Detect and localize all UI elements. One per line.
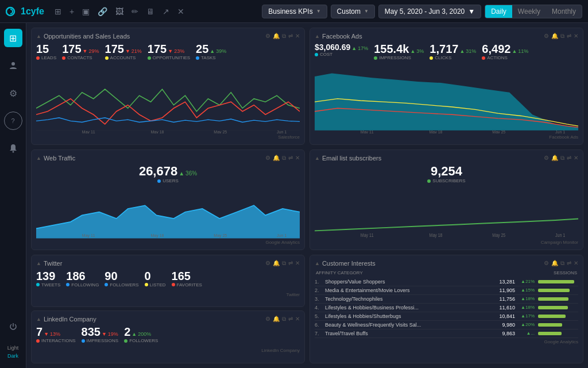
link-control[interactable]: ⇌ xyxy=(567,33,571,40)
bell-control[interactable]: 🔔 xyxy=(273,260,280,267)
close-control[interactable]: ✕ xyxy=(574,33,578,40)
close-control[interactable]: ✕ xyxy=(295,260,300,267)
copy-control[interactable]: ⧉ xyxy=(560,33,564,40)
linkedin-widget: ▲ LinkedIn Company ⚙ 🔔 ⧉ ⇌ ✕ 7 ▼13% INTE… xyxy=(31,310,305,363)
copy-control[interactable]: ⧉ xyxy=(560,155,564,162)
sidebar: ⊞ ⚙ ? Light Dark xyxy=(0,23,26,368)
add-icon[interactable]: + xyxy=(67,6,76,17)
contacts-dot xyxy=(62,56,65,60)
copy-control[interactable]: ⧉ xyxy=(282,33,286,40)
twitter-source: Twitter xyxy=(36,292,300,297)
list-item: 4. Lifestyles & Hobbies/Business Profess… xyxy=(315,304,578,312)
svg-text:May 11: May 11 xyxy=(82,233,95,239)
copy-control[interactable]: ⧉ xyxy=(282,316,286,323)
ci-num: 5. xyxy=(315,313,322,319)
bell-sidebar-icon[interactable] xyxy=(4,139,22,158)
ci-name: Travel/Travel Buffs xyxy=(325,331,489,336)
close-control[interactable]: ✕ xyxy=(574,155,578,162)
ci-num: 6. xyxy=(315,322,322,328)
dark-theme-button[interactable]: Dark xyxy=(7,353,18,359)
ci-sessions: 9,980 xyxy=(492,322,515,328)
bell-control[interactable]: 🔔 xyxy=(273,316,280,323)
ci-name: Shoppers/Value Shoppers xyxy=(325,279,489,285)
export-icon[interactable]: ↗ xyxy=(160,6,172,17)
monitor-icon[interactable]: 🖥 xyxy=(144,6,157,17)
email-controls: ⚙ 🔔 ⧉ ⇌ ✕ xyxy=(544,155,578,162)
weekly-button[interactable]: Weekly xyxy=(512,5,546,18)
close-control[interactable]: ✕ xyxy=(295,33,300,40)
link-control[interactable]: ⇌ xyxy=(288,155,293,162)
dashboard-sidebar-icon[interactable]: ⊞ xyxy=(4,29,22,47)
twitter-controls: ⚙ 🔔 ⧉ ⇌ ✕ xyxy=(265,260,300,267)
settings-control[interactable]: ⚙ xyxy=(544,260,549,267)
settings-control[interactable]: ⚙ xyxy=(265,316,270,323)
settings-sidebar-icon[interactable]: ⚙ xyxy=(4,84,22,102)
custom-range-selector[interactable]: Custom ▼ xyxy=(331,5,375,18)
ci-sessions: 11,610 xyxy=(492,305,515,310)
settings-control[interactable]: ⚙ xyxy=(544,33,549,40)
layout-icon[interactable]: ▣ xyxy=(80,6,92,17)
ci-bar xyxy=(538,297,568,301)
svg-point-1 xyxy=(11,62,15,66)
settings-control[interactable]: ⚙ xyxy=(265,155,270,162)
image-icon[interactable]: 🖼 xyxy=(113,6,126,17)
settings-control[interactable]: ⚙ xyxy=(265,260,270,267)
bell-control[interactable]: 🔔 xyxy=(551,260,558,267)
light-theme-button[interactable]: Light xyxy=(7,345,19,351)
opportunities-controls: ⚙ 🔔 ⧉ ⇌ ✕ xyxy=(265,33,300,40)
twitter-title: ▲ Twitter xyxy=(36,260,62,267)
ci-name: Beauty & Wellness/Frequently Visits Sal.… xyxy=(325,322,489,328)
list-item: 1. Shoppers/Value Shoppers 13,281 ▲21% xyxy=(315,278,578,286)
edit-icon[interactable]: ✏ xyxy=(129,6,141,17)
close-control[interactable]: ✕ xyxy=(295,316,300,323)
ci-bar-container xyxy=(538,315,578,318)
link-control[interactable]: ⇌ xyxy=(288,316,293,323)
bell-control[interactable]: 🔔 xyxy=(273,155,280,162)
email-header: ▲ Email list subscribers ⚙ 🔔 ⧉ ⇌ ✕ xyxy=(315,155,578,162)
link-control[interactable]: ⇌ xyxy=(288,260,293,267)
email-source: Campaign Monitor xyxy=(315,240,578,245)
bell-control[interactable]: 🔔 xyxy=(551,155,558,162)
svg-text:May 18: May 18 xyxy=(430,232,443,238)
copy-control[interactable]: ⧉ xyxy=(282,260,286,267)
ci-sessions: 10,841 xyxy=(492,313,515,319)
bell-control[interactable]: 🔔 xyxy=(273,33,280,40)
link-control[interactable]: ⇌ xyxy=(288,33,293,40)
ci-num: 1. xyxy=(315,279,322,285)
settings-control[interactable]: ⚙ xyxy=(544,155,549,162)
facebook-source: Facebook Ads xyxy=(315,135,578,140)
copy-control[interactable]: ⧉ xyxy=(560,260,564,267)
power-sidebar-icon[interactable] xyxy=(4,317,22,336)
copy-control[interactable]: ⧉ xyxy=(282,155,286,162)
date-range-selector[interactable]: May 5, 2020 - Jun 3, 2020 ▼ xyxy=(378,5,481,18)
bell-control[interactable]: 🔔 xyxy=(551,33,558,40)
link-icon[interactable]: 🔗 xyxy=(95,6,110,17)
impressions-linkedin-metric: 835 ▼19% IMPRESSIONS xyxy=(82,326,119,343)
web-traffic-source: Google Analytics xyxy=(36,240,300,245)
facebook-chart: May 11 May 18 May 25 Jun 1 xyxy=(315,64,578,133)
grid-icon[interactable]: ⊞ xyxy=(52,6,64,17)
close-icon[interactable]: ✕ xyxy=(175,6,187,17)
ci-bar xyxy=(538,332,562,335)
linkedin-title: ▲ LinkedIn Company xyxy=(36,316,96,323)
monthly-button[interactable]: Monthly xyxy=(546,5,582,18)
ci-header-row: ▲ Customer Interests ⚙ 🔔 ⧉ ⇌ ✕ xyxy=(315,260,578,267)
close-control[interactable]: ✕ xyxy=(295,155,300,162)
daily-button[interactable]: Daily xyxy=(485,5,512,18)
close-control[interactable]: ✕ xyxy=(574,260,578,267)
dashboard-selector[interactable]: Business KPIs ▼ xyxy=(262,5,327,18)
email-title: ▲ Email list subscribers xyxy=(315,155,381,162)
svg-text:May 11: May 11 xyxy=(82,129,95,133)
link-control[interactable]: ⇌ xyxy=(567,260,571,267)
ci-sessions: 9,863 xyxy=(492,331,515,336)
svg-text:May 18: May 18 xyxy=(151,129,164,133)
facebook-ads-widget: ▲ Facebook Ads ⚙ 🔔 ⧉ ⇌ ✕ $3,060.69 ▲17% … xyxy=(310,28,583,145)
ci-bar-container xyxy=(538,289,578,292)
settings-control[interactable]: ⚙ xyxy=(265,33,270,40)
link-control[interactable]: ⇌ xyxy=(567,155,571,162)
web-traffic-title: ▲ Web Traffic xyxy=(36,155,75,162)
help-sidebar-icon[interactable]: ? xyxy=(4,112,22,130)
tasks-metric: 25 ▲39% TASKS xyxy=(196,43,226,60)
user-sidebar-icon[interactable] xyxy=(4,56,22,75)
svg-text:May 18: May 18 xyxy=(430,129,443,133)
